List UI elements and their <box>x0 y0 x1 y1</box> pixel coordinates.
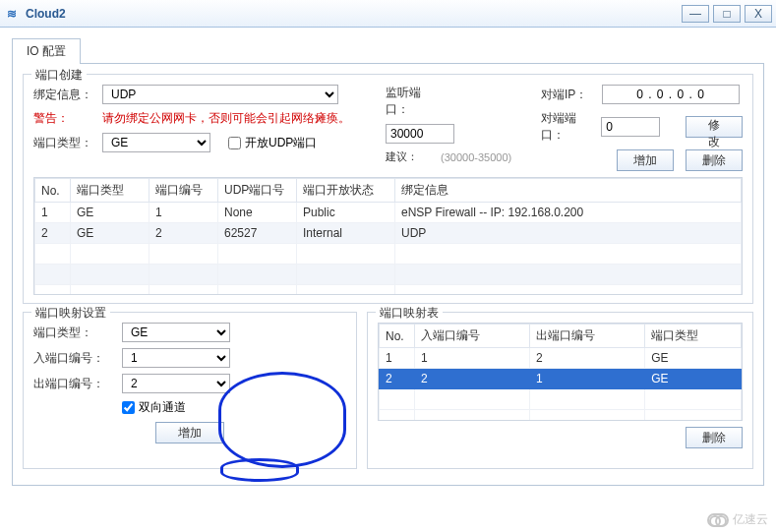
peer-ip-input[interactable]: 0 . 0 . 0 . 0 <box>602 85 740 104</box>
add-mapping-button[interactable]: 增加 <box>155 422 224 443</box>
window-title: Cloud2 <box>26 7 678 21</box>
port-type-select[interactable]: GE <box>102 133 210 152</box>
group-title-map-settings: 端口映射设置 <box>31 305 110 322</box>
table-row[interactable]: 221GE <box>380 369 742 389</box>
th-type: 端口类型 <box>71 179 149 203</box>
cell: eNSP Firewall -- IP: 192.168.0.200 <box>395 203 742 223</box>
cell: None <box>218 203 297 223</box>
open-udp-checkbox[interactable] <box>228 137 241 149</box>
cell: 1 <box>415 348 530 369</box>
out-port-select[interactable]: 2 <box>122 374 230 393</box>
warning-text: 请勿绑定公网网卡，否则可能会引起网络瘫痪。 <box>102 110 350 127</box>
map-port-type-select[interactable]: GE <box>122 323 230 342</box>
cell: 1 <box>380 348 415 369</box>
open-udp-checkbox-wrap[interactable]: 开放UDP端口 <box>228 135 317 151</box>
cell: 2 <box>149 223 218 244</box>
th-udp: UDP端口号 <box>218 179 297 203</box>
table-row[interactable]: 1GE1NonePubliceNSP Firewall -- IP: 192.1… <box>35 203 742 223</box>
listen-port-input[interactable] <box>386 124 454 144</box>
warning-label: 警告： <box>33 110 102 127</box>
maximize-button[interactable]: □ <box>713 5 741 23</box>
minimize-button[interactable]: — <box>682 5 709 23</box>
port-table[interactable]: No. 端口类型 端口编号 UDP端口号 端口开放状态 绑定信息 1GE1Non… <box>34 178 742 295</box>
cell: Internal <box>297 223 395 244</box>
cell: UDP <box>395 223 742 244</box>
th-bind: 绑定信息 <box>395 179 742 203</box>
delete-port-button[interactable]: 删除 <box>686 149 743 171</box>
cell: GE <box>71 203 149 223</box>
in-port-label: 入端口编号： <box>33 350 122 367</box>
group-map-table: 端口映射表 No. 入端口编号 出端口编号 端口类型 112GE221GE <box>367 312 753 469</box>
th-no: No. <box>35 179 71 203</box>
cell: 1 <box>35 203 71 223</box>
cell: Public <box>297 203 395 223</box>
tab-strip: IO 配置 <box>12 37 764 63</box>
listen-port-label: 监听端口： <box>386 85 441 118</box>
group-title-map-table: 端口映射表 <box>376 305 443 322</box>
table-row[interactable]: 112GE <box>380 348 742 369</box>
cell: GE <box>71 223 149 244</box>
map-port-type-label: 端口类型： <box>33 325 122 341</box>
cell: 2 <box>530 348 645 369</box>
port-type-label: 端口类型： <box>33 135 102 151</box>
cell: 1 <box>149 203 218 223</box>
mth-out: 出端口编号 <box>530 325 645 348</box>
th-num: 端口编号 <box>149 179 218 203</box>
delete-mapping-button[interactable]: 删除 <box>686 427 743 448</box>
bind-info-label: 绑定信息： <box>33 87 102 103</box>
watermark-icon <box>707 513 729 527</box>
cell: GE <box>645 369 742 389</box>
cell: 1 <box>530 369 645 389</box>
mth-no: No. <box>380 325 415 348</box>
mth-in: 入端口编号 <box>415 325 530 348</box>
cell: 2 <box>35 223 71 244</box>
table-row[interactable]: 2GE262527InternalUDP <box>35 223 742 244</box>
cell: 62527 <box>218 223 297 244</box>
modify-button[interactable]: 修改 <box>686 116 743 138</box>
peer-ip-label: 对端IP： <box>541 87 596 103</box>
group-map-settings: 端口映射设置 端口类型： GE 入端口编号： 1 出端口编号： 2 <box>23 312 357 469</box>
bidir-checkbox[interactable] <box>122 401 135 414</box>
out-port-label: 出端口编号： <box>33 376 122 392</box>
titlebar: ≋ Cloud2 — □ X <box>0 0 776 28</box>
add-port-button[interactable]: 增加 <box>617 149 674 171</box>
watermark: 亿速云 <box>707 511 768 528</box>
group-title-port-create: 端口创建 <box>31 67 87 84</box>
suggest-range: (30000-35000) <box>441 151 511 163</box>
bind-info-select[interactable]: UDP <box>102 85 338 104</box>
open-udp-label: 开放UDP端口 <box>245 135 317 151</box>
bidir-checkbox-wrap[interactable]: 双向通道 <box>122 399 186 416</box>
peer-port-input[interactable] <box>601 117 660 137</box>
cell: 2 <box>415 369 530 389</box>
bidir-label: 双向通道 <box>139 399 186 416</box>
group-port-create: 端口创建 绑定信息： UDP 警告： 请勿绑定公网网卡，否则可能会引起网络瘫痪。 <box>23 74 753 304</box>
tab-io-config[interactable]: IO 配置 <box>12 38 81 64</box>
suggest-label: 建议： <box>386 149 441 164</box>
th-open: 端口开放状态 <box>297 179 395 203</box>
app-icon: ≋ <box>4 6 20 22</box>
mapping-table[interactable]: No. 入端口编号 出端口编号 端口类型 112GE221GE <box>379 324 742 421</box>
mth-type: 端口类型 <box>645 325 742 348</box>
cell: 2 <box>380 369 415 389</box>
in-port-select[interactable]: 1 <box>122 348 230 368</box>
cell: GE <box>645 348 742 369</box>
close-button[interactable]: X <box>745 5 772 23</box>
peer-port-label: 对端端口： <box>541 110 595 144</box>
